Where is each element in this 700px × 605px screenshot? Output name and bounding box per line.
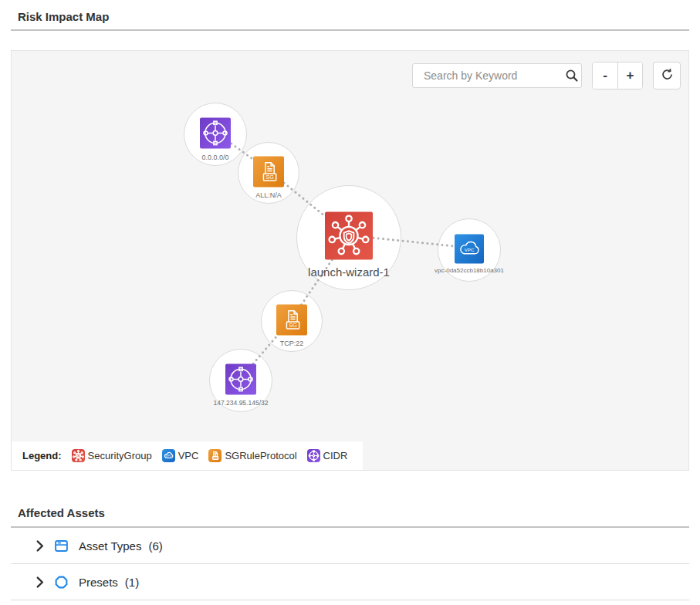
legend-item-sgruleprotocol: SG SGRuleProtocol bbox=[208, 449, 296, 462]
svg-text:SG: SG bbox=[265, 174, 274, 181]
vpc-icon: VPC bbox=[162, 449, 175, 462]
graph-node-vpc-node[interactable]: VPCvpc-0da52ccb18b10a301 bbox=[438, 218, 501, 282]
securitygroup-icon bbox=[325, 212, 373, 260]
cidr-icon bbox=[307, 449, 320, 462]
chevron-right-icon[interactable] bbox=[36, 540, 44, 552]
cidr-icon bbox=[225, 363, 256, 394]
legend-item-label: VPC bbox=[178, 450, 199, 461]
legend-item-label: CIDR bbox=[323, 450, 348, 461]
sgruleprotocol-icon: SG bbox=[276, 304, 307, 335]
asset-types-icon bbox=[54, 539, 69, 553]
page-title: Risk Impact Map bbox=[0, 0, 700, 23]
presets-row[interactable]: Presets (1) bbox=[11, 564, 689, 600]
graph-node-label: vpc-0da52ccb18b10a301 bbox=[435, 267, 504, 274]
legend-item-vpc: VPC VPC bbox=[162, 449, 199, 462]
zoom-out-button[interactable]: - bbox=[593, 63, 617, 89]
graph-node-sg-rule-all[interactable]: SGALL:N/A bbox=[238, 142, 299, 204]
svg-text:VPC: VPC bbox=[165, 454, 171, 458]
asset-types-count: (6) bbox=[148, 539, 162, 553]
vpc-icon: VPC bbox=[455, 234, 484, 263]
presets-count: (1) bbox=[125, 576, 139, 589]
graph-node-label: 0.0.0.0/0 bbox=[201, 154, 228, 161]
affected-assets-list: Asset Types (6) Presets (1) bbox=[11, 528, 689, 600]
svg-text:VPC: VPC bbox=[465, 247, 475, 252]
legend-item-cidr: CIDR bbox=[307, 449, 348, 462]
map-toolbar: - + bbox=[412, 62, 681, 90]
map-legend: Legend: SecurityGroup VPC VPC SG SGRuleP… bbox=[12, 441, 363, 470]
graph-node-cidr-host[interactable]: 147.234.95.145/32 bbox=[209, 349, 272, 412]
presets-icon bbox=[54, 575, 69, 590]
legend-item-label: SGRuleProtocol bbox=[225, 450, 296, 461]
title-divider bbox=[11, 29, 689, 31]
legend-label: Legend: bbox=[22, 450, 62, 461]
graph-node-launch-wizard-1[interactable]: launch-wizard-1 bbox=[296, 185, 401, 290]
asset-types-label: Asset Types bbox=[79, 539, 141, 553]
search-box[interactable] bbox=[412, 63, 582, 88]
zoom-in-button[interactable]: + bbox=[617, 63, 642, 89]
svg-text:SG: SG bbox=[289, 323, 297, 329]
sgruleprotocol-icon: SG bbox=[253, 156, 284, 187]
search-input[interactable] bbox=[422, 69, 565, 83]
refresh-button[interactable] bbox=[653, 62, 681, 90]
asset-types-row[interactable]: Asset Types (6) bbox=[11, 528, 689, 564]
risk-impact-map-canvas[interactable]: - + 0.0.0.0/0SGALL:N/Alaunch-wizard-1VPC… bbox=[11, 50, 689, 471]
sg-rule-protocol-icon: SG bbox=[208, 449, 221, 462]
presets-label: Presets bbox=[79, 576, 118, 589]
graph-node-label: launch-wizard-1 bbox=[308, 265, 390, 279]
legend-item-label: SecurityGroup bbox=[88, 450, 152, 461]
graph-node-label: ALL:N/A bbox=[255, 191, 282, 199]
security-group-icon bbox=[72, 449, 85, 462]
refresh-icon bbox=[660, 67, 675, 85]
svg-text:SG: SG bbox=[213, 456, 218, 460]
cidr-icon bbox=[200, 117, 231, 148]
graph-node-label: 147.234.95.145/32 bbox=[214, 399, 269, 407]
legend-item-securitygroup: SecurityGroup bbox=[72, 449, 152, 462]
zoom-controls: - + bbox=[592, 62, 643, 90]
graph-node-sg-rule-tcp22[interactable]: SGTCP:22 bbox=[261, 290, 323, 352]
affected-assets-title: Affected Assets bbox=[18, 506, 682, 519]
graph-node-label: TCP:22 bbox=[280, 340, 304, 347]
search-icon[interactable] bbox=[565, 69, 579, 83]
chevron-right-icon[interactable] bbox=[36, 576, 44, 588]
